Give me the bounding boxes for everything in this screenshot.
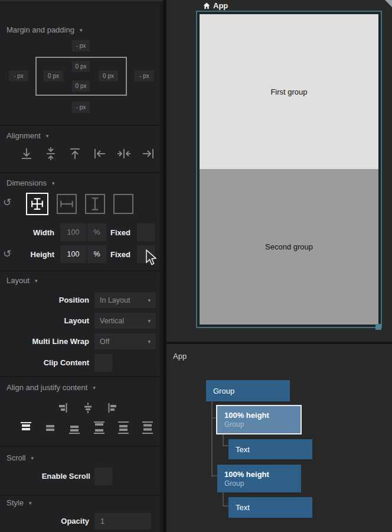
- mouse-cursor: [145, 249, 158, 267]
- justify-center-icon[interactable]: [43, 421, 58, 435]
- multi-line-wrap-dropdown[interactable]: Off ▾: [94, 333, 156, 349]
- layout-dropdown[interactable]: Vertical ▾: [94, 313, 156, 329]
- reset-size-icon[interactable]: ↺: [3, 197, 11, 207]
- resize-handle[interactable]: [375, 324, 381, 330]
- node-title: 100% height: [224, 470, 301, 479]
- layout-value: Vertical: [100, 317, 124, 325]
- padding-right-field[interactable]: 0 px: [99, 70, 118, 82]
- section-title: Alignment: [6, 131, 41, 140]
- padding-top-field[interactable]: 0 px: [72, 61, 90, 72]
- position-value: In Layout: [100, 296, 130, 304]
- node-title: 100% height: [224, 411, 300, 420]
- second-group-label: Second group: [265, 242, 313, 251]
- padding-bottom-field[interactable]: 0 px: [72, 80, 90, 92]
- section-divider: [0, 172, 160, 173]
- section-title: Scroll: [6, 453, 26, 462]
- align-vertical-center-icon[interactable]: [43, 146, 58, 161]
- margin-bottom-field[interactable]: - px: [72, 102, 90, 113]
- align-horizontal-center-icon[interactable]: [116, 146, 132, 161]
- node-label: Group: [213, 387, 290, 395]
- align-top-icon[interactable]: [67, 146, 83, 161]
- size-width-and-height-button[interactable]: [26, 193, 48, 215]
- section-title: Margin and padding: [6, 25, 74, 34]
- node-tree-panel: App Group 100% height Group Text 100% he…: [166, 344, 392, 532]
- section-header-scroll[interactable]: Scroll ▾: [6, 453, 34, 462]
- align-content-left-icon[interactable]: [106, 402, 118, 414]
- align-bottom-icon[interactable]: [19, 146, 34, 161]
- alignment-toolbar: [19, 146, 156, 161]
- section-divider: [0, 270, 160, 271]
- chevron-down-icon: ▾: [148, 297, 151, 303]
- multi-line-wrap-value: Off: [100, 338, 109, 346]
- tree-node-group-selected[interactable]: 100% height Group: [216, 405, 302, 434]
- width-unit-button[interactable]: %: [86, 223, 106, 241]
- canvas-corner-marker: [385, 0, 392, 7]
- align-content-right-icon[interactable]: [57, 402, 69, 414]
- node-subtitle: Group: [224, 479, 301, 488]
- align-content-center-icon[interactable]: [82, 402, 94, 414]
- first-group[interactable]: First group: [200, 14, 378, 169]
- second-group[interactable]: Second group: [200, 169, 378, 325]
- clip-content-checkbox[interactable]: [94, 354, 112, 372]
- section-header-style[interactable]: Style ▾: [6, 498, 31, 507]
- height-unit-button[interactable]: %: [86, 245, 106, 263]
- width-fixed-checkbox[interactable]: [137, 223, 155, 241]
- section-header-layout[interactable]: Layout ▾: [6, 276, 38, 285]
- size-mode-toolbar: [26, 193, 133, 215]
- tree-node-group-2[interactable]: 100% height Group: [217, 465, 301, 492]
- breadcrumb[interactable]: App: [203, 1, 228, 10]
- chevron-down-icon: ▾: [46, 132, 49, 139]
- position-dropdown[interactable]: In Layout ▾: [94, 292, 156, 308]
- tree-connector: [223, 434, 224, 446]
- tree-node-text-2[interactable]: Text: [228, 497, 312, 518]
- section-title: Style: [6, 498, 24, 507]
- size-content-button[interactable]: [113, 194, 133, 214]
- chevron-down-icon: ▾: [93, 384, 96, 391]
- tree-connector: [211, 401, 213, 477]
- section-header-dimensions[interactable]: Dimensions ▾: [6, 179, 54, 187]
- clip-content-label: Clip Content: [0, 354, 89, 371]
- tree-node-group[interactable]: Group: [206, 380, 290, 401]
- properties-panel: Margin and padding ▾ - px 0 px 0 px 0 px…: [0, 0, 163, 532]
- justify-top-icon[interactable]: [18, 421, 34, 435]
- layout-label: Layout: [0, 313, 89, 329]
- justify-space-evenly-icon[interactable]: [140, 421, 155, 435]
- justify-space-around-icon[interactable]: [116, 421, 131, 435]
- margin-top-field[interactable]: - px: [72, 40, 90, 51]
- section-header-alignment[interactable]: Alignment ▾: [6, 131, 48, 140]
- size-width-button[interactable]: [57, 194, 77, 214]
- chevron-down-icon: ▾: [80, 27, 83, 33]
- section-divider: [0, 495, 160, 496]
- justify-space-between-icon[interactable]: [92, 421, 107, 435]
- height-field: 100 %: [60, 245, 106, 263]
- justify-bottom-icon[interactable]: [67, 421, 82, 435]
- chevron-down-icon: ▾: [148, 338, 151, 345]
- section-title: Dimensions: [6, 179, 47, 187]
- align-left-icon[interactable]: [92, 146, 107, 161]
- section-header-align-justify[interactable]: Align and justify content ▾: [6, 383, 96, 392]
- section-header-margin-padding[interactable]: Margin and padding ▾: [6, 25, 82, 34]
- height-value-input[interactable]: 100: [60, 245, 86, 263]
- enable-scroll-label: Enable Scroll: [0, 468, 90, 485]
- margin-right-field[interactable]: - px: [135, 70, 154, 82]
- chevron-down-icon: ▾: [52, 180, 55, 186]
- opacity-input[interactable]: 1: [94, 513, 151, 530]
- width-field: 100 %: [60, 223, 106, 241]
- width-value-input[interactable]: 100: [60, 223, 86, 241]
- enable-scroll-checkbox[interactable]: [94, 468, 112, 485]
- chevron-down-icon: ▾: [35, 277, 38, 284]
- position-label: Position: [0, 292, 89, 308]
- section-title: Align and justify content: [6, 383, 87, 392]
- width-fixed-label: Fixed: [110, 224, 134, 242]
- tree-node-text[interactable]: Text: [228, 439, 312, 459]
- home-icon: [203, 2, 210, 9]
- align-right-icon[interactable]: [141, 146, 156, 161]
- app-canvas-frame[interactable]: First group Second group: [196, 11, 382, 328]
- app-root: Margin and padding ▾ - px 0 px 0 px 0 px…: [0, 0, 392, 532]
- size-height-button[interactable]: [85, 194, 105, 214]
- margin-left-field[interactable]: - px: [9, 70, 28, 82]
- padding-left-field[interactable]: 0 px: [44, 70, 63, 82]
- multi-line-wrap-label: Multi Line Wrap: [0, 333, 89, 349]
- node-label: Text: [236, 445, 312, 454]
- section-divider: [0, 376, 160, 377]
